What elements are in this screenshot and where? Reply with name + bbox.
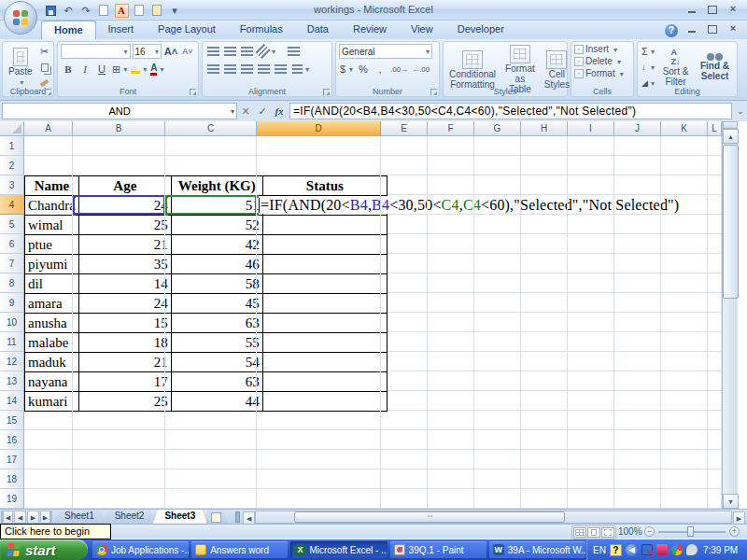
name-box-dropdown-icon[interactable]: ▾ (231, 107, 234, 116)
cell-age[interactable]: 21 (78, 235, 171, 255)
last-sheet-icon[interactable]: ▶ (40, 511, 52, 524)
cell-name[interactable]: Chandra (25, 196, 79, 216)
cell-status[interactable] (262, 235, 387, 255)
workbook-restore-button[interactable] (706, 24, 719, 35)
cell-age[interactable]: 25 (78, 216, 171, 235)
cell-status[interactable] (262, 333, 387, 353)
cell-status[interactable] (262, 294, 387, 314)
messenger-tray-icon[interactable] (686, 544, 698, 555)
fill-color-icon[interactable]: ◌ (130, 62, 148, 77)
column-header-b[interactable]: B (73, 121, 165, 136)
number-format-combo[interactable]: General (339, 44, 432, 59)
shrink-font-icon[interactable]: A˅ (180, 44, 195, 59)
row-header-2[interactable]: 2 (0, 156, 24, 175)
row-header-9[interactable]: 9 (0, 293, 24, 313)
table-header-cell[interactable]: Weight (KG) (171, 176, 262, 196)
cell-name[interactable]: anusha (25, 314, 79, 333)
tray-collapse-icon[interactable]: ◀ (626, 544, 638, 556)
sort-filter-button[interactable]: AZ↓ Sort & Filter (659, 47, 692, 88)
comma-format-icon[interactable]: , (373, 62, 388, 77)
vertical-scroll-thumb[interactable] (723, 145, 739, 299)
column-header-e[interactable]: E (381, 121, 428, 136)
zoom-out-icon[interactable]: − (644, 526, 655, 537)
office-button[interactable] (4, 1, 37, 35)
taskbar-button-paint[interactable]: 39Q.1 - Paint (390, 541, 486, 558)
column-header-d[interactable]: D (257, 121, 381, 136)
cell-weight[interactable]: 54 (171, 353, 262, 372)
row-header-19[interactable]: 19 (0, 489, 24, 509)
start-button[interactable]: start (0, 539, 88, 560)
row-header-11[interactable]: 11 (0, 332, 24, 352)
scroll-down-icon[interactable]: ▼ (723, 494, 739, 509)
row-header-12[interactable]: 12 (0, 352, 24, 371)
currency-format-icon[interactable]: $ (339, 62, 354, 77)
cell-status[interactable] (262, 353, 387, 372)
network-tray-icon[interactable] (641, 544, 653, 555)
cell-weight[interactable]: 63 (171, 372, 262, 392)
wrap-text-icon[interactable] (286, 44, 301, 59)
horizontal-scrollbar[interactable]: ◀ ▶ (242, 511, 745, 524)
cell-age[interactable]: 21 (78, 353, 171, 372)
cut-icon[interactable]: ✂ (37, 44, 52, 59)
row-header-3[interactable]: 3 (0, 175, 24, 195)
cell-age[interactable]: 17 (78, 372, 171, 392)
find-select-button[interactable]: Find & Select (696, 52, 734, 82)
column-header-i[interactable]: I (568, 121, 614, 136)
row-header-15[interactable]: 15 (0, 411, 24, 430)
name-box[interactable]: AND ▾ (2, 103, 237, 119)
cell-age[interactable]: 18 (78, 333, 171, 353)
percent-format-icon[interactable]: % (356, 62, 371, 77)
decrease-decimal-icon[interactable]: ←.00 (411, 62, 430, 77)
cell-weight[interactable]: 45 (171, 294, 262, 314)
taskbar-button-chrome[interactable]: Job Applications -... (92, 541, 189, 558)
clipboard-dialog-launcher[interactable] (45, 89, 51, 95)
font-dialog-launcher[interactable] (190, 89, 196, 95)
formula-bar-input[interactable]: =IF(AND(20<B4,B4<30,50<C4,C4<60),"Select… (289, 103, 732, 119)
scroll-left-icon[interactable]: ◀ (243, 511, 255, 525)
next-sheet-icon[interactable]: ▶ (27, 511, 39, 524)
table-header-cell[interactable]: Age (78, 176, 171, 196)
help-icon[interactable]: ? (665, 24, 678, 37)
taskbar-button-word[interactable]: 39A - Microsoft W... (489, 541, 585, 558)
cell-name[interactable]: wimal (25, 216, 79, 235)
enter-formula-icon[interactable]: ✓ (254, 103, 271, 119)
cell-name[interactable]: piyumi (25, 255, 79, 274)
cell-weight[interactable]: 55 (171, 333, 262, 353)
tab-home[interactable]: Home (41, 21, 96, 39)
cell-weight[interactable]: 44 (171, 392, 262, 412)
row-header-10[interactable]: 10 (0, 313, 24, 332)
vertical-scrollbar[interactable]: ▲ ▼ (722, 121, 738, 509)
workbook-close-button[interactable]: × (726, 24, 740, 35)
cell-weight[interactable]: 63 (171, 314, 262, 333)
cells-area[interactable]: NameAgeWeight (KG)StatusChandra2451wimal… (24, 136, 722, 509)
bold-button[interactable]: B (61, 62, 76, 77)
scroll-right-icon[interactable]: ▶ (733, 511, 745, 525)
align-top-icon[interactable] (205, 44, 220, 59)
previous-sheet-icon[interactable]: ◀ (14, 511, 26, 524)
column-header-f[interactable]: F (428, 121, 474, 136)
browser-tray-icon[interactable] (671, 544, 683, 555)
cell-age[interactable]: 24 (78, 196, 171, 216)
tab-insert[interactable]: Insert (96, 21, 147, 39)
formula-bar-expand-icon[interactable]: ⌄ (734, 103, 747, 119)
cell-name[interactable]: dil (25, 274, 79, 294)
align-right-icon[interactable] (239, 62, 254, 77)
row-header-14[interactable]: 14 (0, 391, 24, 411)
cell-weight[interactable]: 58 (171, 274, 262, 294)
row-header-17[interactable]: 17 (0, 450, 24, 469)
tab-formulas[interactable]: Formulas (228, 21, 295, 39)
increase-indent-icon[interactable] (273, 62, 288, 77)
cell-weight[interactable]: 52 (171, 216, 262, 235)
tab-split-handle[interactable] (235, 511, 240, 523)
tab-developer[interactable]: Developer (445, 21, 516, 39)
merge-center-icon[interactable] (291, 62, 310, 77)
increase-decimal-icon[interactable]: .00→ (389, 62, 409, 77)
cell-name[interactable]: nayana (25, 372, 79, 392)
page-break-view-icon[interactable] (601, 527, 614, 538)
cell-status[interactable] (262, 255, 387, 274)
cell-name[interactable]: maduk (25, 353, 79, 372)
paste-button[interactable]: Paste (6, 47, 35, 88)
column-header-g[interactable]: G (474, 121, 521, 136)
alignment-dialog-launcher[interactable] (323, 89, 330, 95)
horizontal-scroll-track[interactable] (255, 511, 732, 524)
